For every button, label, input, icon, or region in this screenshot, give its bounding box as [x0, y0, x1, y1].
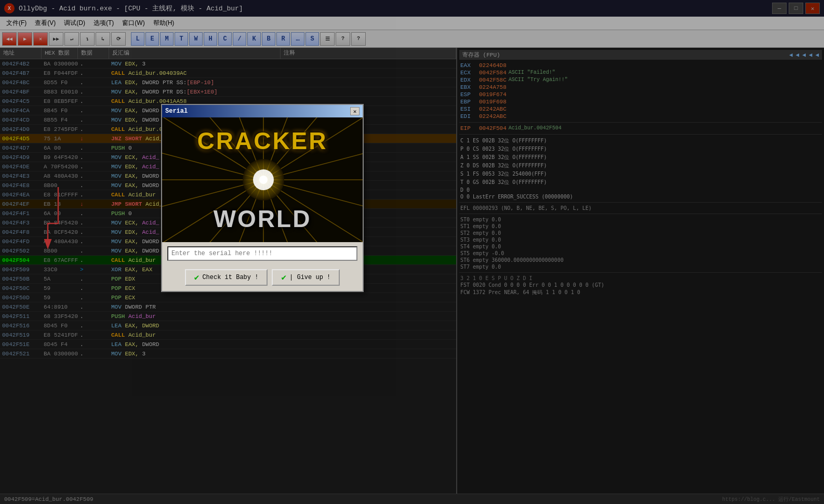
dialog-title: Serial [165, 108, 350, 115]
dialog-input-area [162, 242, 363, 265]
serial-dialog: Serial ✕ [161, 104, 364, 292]
dialog-image: CRACKER WORLD [162, 117, 363, 242]
svg-point-23 [259, 176, 268, 184]
dialog-content: CRACKER WORLD ✔ Check it Baby ! ✔ | Give… [162, 117, 363, 291]
serial-input[interactable] [167, 246, 357, 261]
give-up-button[interactable]: ✔ | Give up ! [272, 269, 340, 286]
cw-title-world: WORLD [214, 205, 312, 233]
giveup-label: | Give up ! [289, 274, 330, 281]
giveup-icon: ✔ [281, 272, 286, 283]
cw-title-cracker: CRACKER [197, 127, 328, 155]
check-baby-button[interactable]: ✔ Check it Baby ! [185, 269, 268, 286]
dialog-close-button[interactable]: ✕ [350, 107, 360, 115]
check-icon: ✔ [194, 272, 200, 283]
dialog-overlay: Serial ✕ [0, 0, 824, 504]
check-label: Check it Baby ! [202, 274, 258, 281]
dialog-titlebar: Serial ✕ [162, 105, 363, 117]
dialog-buttons: ✔ Check it Baby ! ✔ | Give up ! [162, 265, 363, 291]
